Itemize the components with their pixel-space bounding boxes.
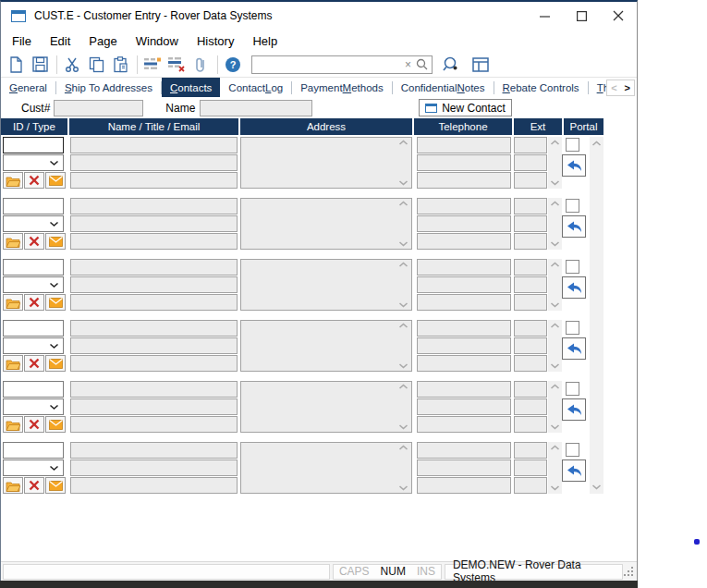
contact-telephone-field-2[interactable] — [417, 154, 511, 171]
portal-checkbox[interactable] — [566, 260, 579, 274]
email-contact-button[interactable] — [45, 416, 66, 433]
phone-scroll-up-icon[interactable] — [550, 262, 560, 268]
portal-reply-button[interactable] — [562, 215, 586, 238]
phone-list-scrollbar[interactable] — [548, 381, 562, 433]
email-contact-button[interactable] — [45, 233, 66, 250]
close-button[interactable] — [600, 2, 637, 30]
contact-ext-field-1[interactable] — [514, 259, 547, 276]
search-icon[interactable] — [416, 58, 428, 70]
help-button[interactable]: ? — [222, 55, 244, 75]
contact-ext-field-3[interactable] — [514, 172, 547, 189]
contact-ext-field-3[interactable] — [514, 416, 547, 433]
contact-type-dropdown[interactable] — [3, 154, 64, 171]
tab-scroll-left-icon[interactable]: < — [607, 82, 620, 93]
contact-telephone-field-1[interactable] — [417, 320, 511, 337]
contact-address-field[interactable] — [240, 198, 412, 250]
phone-scroll-up-icon[interactable] — [550, 384, 560, 390]
contact-ext-field-3[interactable] — [514, 477, 547, 494]
address-scroll-down-icon[interactable] — [398, 179, 408, 186]
contact-telephone-field-2[interactable] — [417, 398, 511, 415]
attach-button[interactable] — [189, 55, 212, 75]
scroll-down-icon[interactable] — [591, 484, 602, 490]
save-button[interactable] — [29, 55, 51, 75]
email-contact-button[interactable] — [45, 294, 66, 311]
contact-id-input[interactable] — [3, 442, 64, 459]
phone-scroll-up-icon[interactable] — [550, 445, 560, 451]
tab-rebate-controls[interactable]: Rebate Controls — [494, 78, 588, 97]
email-contact-button[interactable] — [45, 355, 66, 372]
address-scroll-up-icon[interactable] — [398, 140, 408, 146]
insert-row-button[interactable] — [141, 55, 164, 75]
tab-ship-to-addresses[interactable]: Ship To Addresses — [56, 78, 161, 97]
tab-contact-log[interactable]: Contact Log — [220, 78, 291, 97]
contact-title-field[interactable] — [70, 459, 238, 476]
delete-contact-button[interactable] — [24, 416, 44, 433]
email-contact-button[interactable] — [45, 477, 66, 494]
contact-title-field[interactable] — [70, 276, 238, 293]
tab-scroll-right-icon[interactable]: > — [621, 82, 634, 93]
paste-button[interactable] — [109, 55, 131, 75]
contact-ext-field-1[interactable] — [514, 137, 547, 153]
contact-email-field[interactable] — [70, 355, 238, 372]
contact-ext-field-1[interactable] — [514, 198, 547, 214]
contact-ext-field-2[interactable] — [514, 398, 547, 415]
portal-checkbox[interactable] — [566, 138, 579, 152]
portal-checkbox[interactable] — [566, 199, 579, 213]
contact-address-field[interactable] — [240, 320, 412, 372]
portal-checkbox[interactable] — [566, 382, 579, 396]
contact-ext-field-1[interactable] — [514, 442, 547, 459]
tab-contacts[interactable]: Contacts — [162, 78, 220, 97]
contact-telephone-field-2[interactable] — [417, 459, 511, 476]
delete-contact-button[interactable] — [24, 233, 44, 250]
contact-title-field[interactable] — [70, 398, 238, 415]
open-contact-button[interactable] — [3, 233, 23, 250]
menu-edit[interactable]: Edit — [41, 32, 79, 50]
portal-reply-button[interactable] — [562, 398, 586, 421]
email-contact-button[interactable] — [45, 172, 66, 189]
address-scroll-up-icon[interactable] — [398, 323, 408, 329]
layout-button[interactable] — [469, 55, 492, 75]
contact-name-field[interactable] — [70, 137, 238, 153]
contact-telephone-field-3[interactable] — [417, 294, 511, 311]
minimize-button[interactable] — [526, 2, 563, 30]
tab-payment-methods[interactable]: Payment Methods — [292, 78, 392, 97]
portal-checkbox[interactable] — [566, 443, 579, 457]
phone-scroll-up-icon[interactable] — [550, 323, 560, 329]
contact-title-field[interactable] — [70, 215, 238, 232]
contact-title-field[interactable] — [70, 337, 238, 354]
open-contact-button[interactable] — [3, 416, 23, 433]
open-contact-button[interactable] — [3, 294, 23, 311]
resize-grip[interactable] — [623, 566, 635, 578]
contact-telephone-field-1[interactable] — [417, 259, 511, 276]
new-contact-button[interactable]: New Contact — [419, 99, 512, 116]
phone-list-scrollbar[interactable] — [548, 137, 562, 189]
contact-address-field[interactable] — [240, 381, 412, 433]
name-field[interactable] — [200, 100, 312, 116]
contact-telephone-field-3[interactable] — [417, 233, 511, 250]
contact-type-dropdown[interactable] — [3, 276, 64, 293]
tab-confidential-notes[interactable]: Confidential Notes — [393, 78, 494, 97]
contact-ext-field-2[interactable] — [514, 459, 547, 476]
contact-telephone-field-3[interactable] — [417, 416, 511, 433]
cust-number-field[interactable] — [54, 100, 143, 116]
address-scroll-up-icon[interactable] — [398, 262, 408, 268]
address-scroll-down-icon[interactable] — [398, 484, 408, 491]
contact-ext-field-1[interactable] — [514, 320, 547, 337]
menu-history[interactable]: History — [188, 32, 243, 50]
contact-name-field[interactable] — [70, 320, 238, 337]
contact-telephone-field-2[interactable] — [417, 337, 511, 354]
phone-list-scrollbar[interactable] — [548, 442, 562, 494]
phone-list-scrollbar[interactable] — [548, 198, 562, 250]
contact-email-field[interactable] — [70, 477, 238, 494]
contact-address-field[interactable] — [240, 137, 412, 189]
contact-ext-field-2[interactable] — [514, 337, 547, 354]
open-contact-button[interactable] — [3, 172, 23, 189]
contact-type-dropdown[interactable] — [3, 337, 64, 354]
contacts-scrollbar[interactable] — [590, 137, 603, 494]
contact-address-field[interactable] — [240, 442, 412, 494]
contact-name-field[interactable] — [70, 198, 238, 214]
contact-ext-field-3[interactable] — [514, 355, 547, 372]
contact-telephone-field-1[interactable] — [417, 442, 511, 459]
phone-list-scrollbar[interactable] — [548, 320, 562, 372]
search-clear-icon[interactable]: × — [405, 58, 411, 71]
